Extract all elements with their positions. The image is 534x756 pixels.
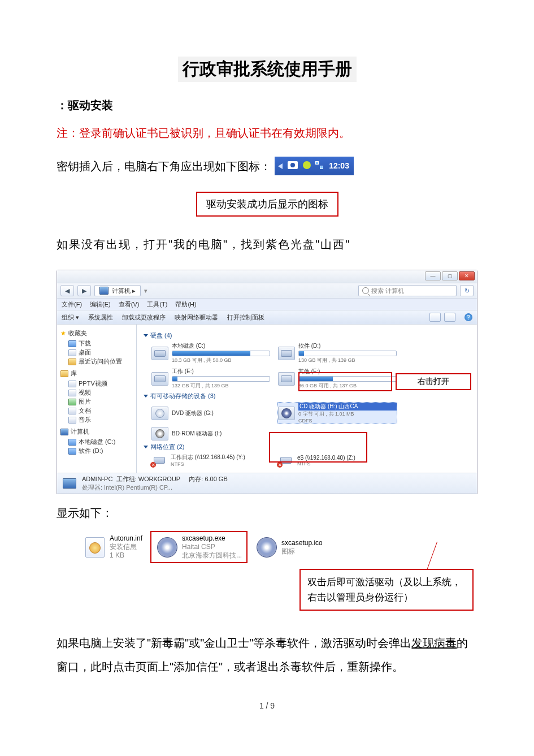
file-sxcasetup-ico[interactable]: sxcasetup.ico图标 <box>255 536 323 559</box>
download-icon <box>68 340 76 347</box>
warning-note: 注：登录前确认证书已被识别，且确认证书在有效期限内。 <box>57 126 477 141</box>
view-icons-button[interactable] <box>429 313 441 322</box>
toolbar-control-panel[interactable]: 打开控制面板 <box>227 313 264 322</box>
menu-view[interactable]: 查看(V) <box>119 300 140 309</box>
sidebar-item-downloads[interactable]: 下载 <box>79 339 91 348</box>
toolbar-properties[interactable]: 系统属性 <box>88 313 113 322</box>
hdd-icon <box>68 439 76 446</box>
computer-icon <box>60 429 68 435</box>
menu-file[interactable]: 文件(F) <box>62 300 82 309</box>
search-icon <box>362 287 369 294</box>
toolbar-organize[interactable]: 组织 ▾ <box>62 313 79 322</box>
status-workgroup: 工作组: WORKGROUP <box>116 476 180 482</box>
paragraph-after-explorer: 显示如下： <box>57 506 477 521</box>
search-placeholder: 搜索 计算机 <box>371 287 404 295</box>
usb-key-icon <box>288 161 298 169</box>
intro-text: 密钥插入后，电脑右下角应出现如下图标： <box>57 160 271 172</box>
group-removable: 有可移动存储的设备 (3) <box>150 392 216 400</box>
sidebar-item-pptv[interactable]: PPTV视频 <box>79 379 107 388</box>
drive-e[interactable]: 工作 (E:)132 GB 可用 , 共 139 GB <box>151 368 270 390</box>
hdd-icon <box>281 375 292 382</box>
ico-disc-icon <box>257 537 277 558</box>
paragraph-open-computer: 如果没有出现，打开"我的电脑"，找到紫色光盘"山西" <box>57 234 477 255</box>
group-network: 网络位置 (2) <box>150 443 185 451</box>
toolbar-uninstall[interactable]: 卸载或更改程序 <box>122 313 166 322</box>
disconnected-icon: ✕ <box>150 462 156 468</box>
sidebar-item-pictures[interactable]: 图片 <box>79 398 91 406</box>
desktop-icon <box>68 349 76 356</box>
status-memory: 内存: 6.00 GB <box>189 476 227 482</box>
maximize-button[interactable]: ▢ <box>442 271 458 280</box>
minimize-button[interactable]: — <box>425 271 441 280</box>
chevron-down-icon[interactable] <box>144 446 148 448</box>
music-icon <box>68 417 76 424</box>
file-sxcasetup-exe[interactable]: sxcasetup.exeHaitai CSP北京海泰方圆科技... <box>150 531 248 563</box>
star-icon: ★ <box>60 330 66 337</box>
drive-bd[interactable]: BD-ROM 驱动器 (I:) <box>151 427 270 440</box>
library-icon <box>60 370 68 377</box>
sidebar-item-documents[interactable]: 文档 <box>79 407 91 415</box>
sidebar-item-desktop[interactable]: 桌面 <box>79 348 91 357</box>
inf-file-icon <box>85 537 105 558</box>
file-autorun[interactable]: Autorun.inf安装信息1 KB <box>84 534 142 560</box>
close-button[interactable]: ✕ <box>459 271 475 280</box>
chevron-down-icon[interactable] <box>144 334 148 337</box>
network-drive-y[interactable]: ✕工作日志 (\\192.168.0.45) (Y:)NTFS <box>151 453 270 467</box>
hdd-icon <box>154 350 166 357</box>
shield-icon <box>303 161 311 169</box>
status-cpu: 处理器: Intel(R) Pentium(R) CP... <box>82 484 172 491</box>
intro-paragraph: 密钥插入后，电脑右下角应出现如下图标： 12:03 <box>57 155 477 177</box>
menu-edit[interactable]: 编辑(E) <box>90 300 111 309</box>
computer-icon <box>99 287 108 295</box>
view-list-button[interactable] <box>444 313 455 322</box>
sidebar-item-recent[interactable]: 最近访问的位置 <box>79 357 122 366</box>
clock-text: 12:03 <box>329 161 349 170</box>
nav-forward-button[interactable]: ▶ <box>77 285 91 296</box>
drive-c[interactable]: 本地磁盘 (C:)10.3 GB 可用 , 共 50.0 GB <box>151 342 270 364</box>
setup-disc-icon <box>157 537 177 558</box>
help-button[interactable]: ? <box>464 313 472 321</box>
hdd-icon <box>68 448 76 455</box>
disconnected-icon: ✕ <box>277 462 283 468</box>
drive-dvd[interactable]: DVD 驱动器 (G:) <box>151 403 270 424</box>
sidebar-item-music[interactable]: 音乐 <box>79 416 91 424</box>
sidebar-computer[interactable]: 计算机 <box>71 427 89 436</box>
computer-icon <box>63 478 76 489</box>
drive-cd-shanxi[interactable]: CD 驱动器 (H:) 山西CA0 字节 可用 , 共 1.01 MBCDFS <box>278 403 397 424</box>
sidebar-item-c[interactable]: 本地磁盘 (C:) <box>79 438 115 446</box>
explorer-window: — ▢ ✕ ◀ ▶ 计算机 ▸ ▾ 搜索 计算机 ↻ 文件(F) 编辑(E) 查… <box>57 270 477 494</box>
document-title: 行政审批系统使用手册 <box>178 57 357 82</box>
taskbar-screenshot: 12:03 <box>275 157 354 175</box>
document-icon <box>68 408 76 414</box>
video-icon <box>68 390 76 396</box>
callout-double-click: 双击后即可激活驱动（及以上系统，右击以管理员身份运行） <box>299 569 474 611</box>
nav-back-button[interactable]: ◀ <box>60 285 74 296</box>
pptv-icon <box>68 381 76 387</box>
search-input[interactable]: 搜索 计算机 <box>358 285 457 296</box>
menubar[interactable]: 文件(F) 编辑(E) 查看(V) 工具(T) 帮助(H) <box>57 299 477 310</box>
final-paragraph: 如果电脑上安装了"新毒霸"或"金山卫士"等杀毒软件，激活驱动时会弹出发现病毒的窗… <box>57 631 477 679</box>
refresh-button[interactable]: ↻ <box>460 285 474 296</box>
callout-box-cd-drive <box>269 432 367 463</box>
sidebar-item-video[interactable]: 视频 <box>79 388 91 397</box>
hdd-icon <box>281 350 292 357</box>
chevron-down-icon[interactable] <box>144 395 148 398</box>
callout-box-drive-e <box>298 372 392 391</box>
callout-install-success: 驱动安装成功后显示的图标 <box>196 192 338 217</box>
menu-help[interactable]: 帮助(H) <box>175 300 196 309</box>
sidebar-libraries[interactable]: 库 <box>71 369 77 378</box>
page-number: 1 / 9 <box>57 701 477 710</box>
dvd-icon <box>155 409 164 418</box>
cd-icon <box>281 408 292 418</box>
sidebar-favorites[interactable]: 收藏夹 <box>68 329 87 338</box>
toolbar-map-drive[interactable]: 映射网络驱动器 <box>175 313 218 322</box>
drive-d[interactable]: 软件 (D:)130 GB 可用 , 共 139 GB <box>278 342 397 364</box>
group-disks: 硬盘 (4) <box>150 331 172 340</box>
menu-tools[interactable]: 工具(T) <box>147 300 167 309</box>
sidebar-item-d[interactable]: 软件 (D:) <box>79 447 103 455</box>
underlined-text: 发现病毒 <box>411 637 457 649</box>
section-heading: ：驱动安装 <box>57 98 477 113</box>
breadcrumb[interactable]: 计算机 ▸ <box>94 285 141 296</box>
expand-icon <box>278 163 283 169</box>
bd-icon <box>155 429 164 438</box>
